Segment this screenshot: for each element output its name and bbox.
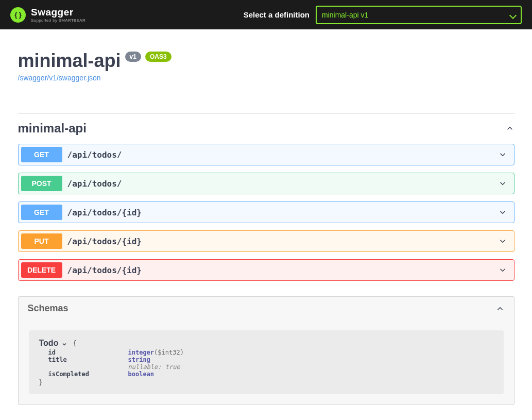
schemas-header[interactable]: Schemas: [19, 297, 514, 320]
schema-model[interactable]: Todo { idinteger($int32)titlestringnulla…: [29, 330, 504, 394]
schema-property: isCompletedboolean: [39, 371, 493, 378]
api-title: minimal-api: [18, 50, 121, 72]
chevron-down-icon: [498, 265, 507, 275]
property-format: ($int32): [154, 349, 184, 356]
api-info: minimal-api v1 OAS3 /swagger/v1/swagger.…: [18, 29, 514, 93]
spec-link[interactable]: /swagger/v1/swagger.json: [18, 74, 101, 82]
http-method-badge: PUT: [21, 233, 62, 249]
property-meta: nullable: true: [39, 363, 493, 371]
definition-select-label: Select a definition: [244, 10, 310, 19]
http-method-badge: DELETE: [21, 262, 62, 278]
logo-sub-text: Supported by SMARTBEAR: [31, 18, 85, 23]
http-method-badge: POST: [21, 176, 62, 191]
schema-property: titlestring: [39, 356, 493, 363]
schema-model-name: Todo: [39, 339, 59, 348]
chevron-down-icon: [498, 179, 507, 188]
operation-path: /api/todos/: [62, 179, 498, 189]
version-badge: v1: [125, 52, 141, 62]
operation-path: /api/todos/{id}: [62, 208, 498, 217]
operation-path: /api/todos/: [62, 150, 498, 160]
operation-delete-4[interactable]: DELETE/api/todos/{id}: [18, 259, 514, 281]
schemas-title: Schemas: [28, 303, 68, 314]
http-method-badge: GET: [21, 205, 62, 220]
close-brace: }: [39, 379, 493, 386]
chevron-down-icon: [498, 237, 507, 246]
tag-name: minimal-api: [18, 121, 87, 136]
chevron-down-icon[interactable]: [61, 340, 67, 346]
http-method-badge: GET: [21, 147, 62, 162]
property-key: id: [48, 349, 128, 356]
operation-path: /api/todos/{id}: [62, 237, 498, 246]
definition-select[interactable]: minimal-api v1: [316, 6, 522, 24]
chevron-up-icon: [495, 304, 505, 313]
tag-header[interactable]: minimal-api: [18, 114, 514, 144]
chevron-down-icon: [498, 208, 507, 217]
property-type: string: [128, 356, 150, 363]
logo-main-text: Swagger: [31, 7, 85, 18]
operation-post-1[interactable]: POST/api/todos/: [18, 173, 514, 194]
open-brace: {: [73, 340, 76, 347]
oas-badge: OAS3: [145, 52, 171, 62]
swagger-logo-icon: { }: [10, 7, 26, 23]
tag-section: minimal-api GET/api/todos/POST/api/todos…: [18, 113, 514, 281]
property-type: integer: [128, 349, 155, 356]
property-type: boolean: [128, 371, 155, 378]
topbar: { } Swagger Supported by SMARTBEAR Selec…: [0, 0, 532, 29]
operation-put-3[interactable]: PUT/api/todos/{id}: [18, 230, 514, 252]
schemas-section: Schemas Todo { idinteger($int32)titlestr…: [18, 296, 514, 405]
schema-property: idinteger($int32): [39, 349, 493, 356]
property-key: isCompleted: [48, 371, 128, 378]
property-key: title: [48, 356, 128, 363]
operation-get-0[interactable]: GET/api/todos/: [18, 144, 514, 165]
chevron-up-icon: [505, 124, 514, 133]
operation-get-2[interactable]: GET/api/todos/{id}: [18, 201, 514, 223]
operation-path: /api/todos/{id}: [62, 265, 498, 275]
swagger-logo: { } Swagger Supported by SMARTBEAR: [10, 7, 85, 23]
chevron-down-icon: [498, 150, 507, 159]
